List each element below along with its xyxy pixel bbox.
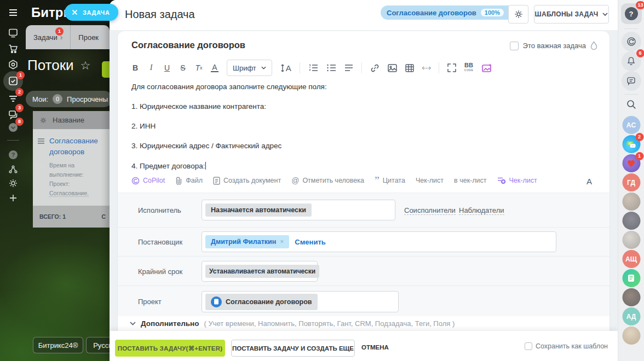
underline-button[interactable]: U xyxy=(163,63,171,72)
attach-file-button[interactable]: Файл xyxy=(175,177,203,185)
bullet-list-button[interactable] xyxy=(326,63,336,72)
bbcode-button[interactable]: BB CODE xyxy=(464,63,473,73)
chat-rail-button[interactable] xyxy=(622,71,641,91)
counters-filter-bar[interactable]: Мои: 0 Просрочены xyxy=(26,91,112,107)
notifications-button[interactable]: 6 xyxy=(622,51,641,71)
hexagon-app-icon[interactable] xyxy=(8,59,19,70)
toolbar-separator xyxy=(300,62,300,73)
copilot-rail-button[interactable] xyxy=(622,32,641,51)
text-mode-toggle[interactable]: A xyxy=(586,177,592,186)
cart-icon[interactable] xyxy=(8,43,19,54)
strikethrough-button[interactable]: S xyxy=(179,63,187,72)
flow-selector[interactable]: Согласование договоров 100% xyxy=(381,5,520,20)
feed-icon[interactable] xyxy=(8,27,19,38)
task-description-editor[interactable]: Для согласования договора заполните след… xyxy=(131,83,591,182)
project-icon xyxy=(211,296,222,307)
avatar[interactable] xyxy=(622,231,640,249)
ordered-list-button[interactable] xyxy=(308,63,318,72)
creator-input[interactable]: Дмитрий Филаткин × Сменить xyxy=(202,231,556,252)
close-icon[interactable] xyxy=(72,9,78,15)
favorite-star-icon[interactable]: ☆ xyxy=(81,59,91,72)
network-rail-icon[interactable] xyxy=(8,164,19,175)
avatar[interactable]: ГД xyxy=(622,173,640,191)
hamburger-menu-icon[interactable] xyxy=(8,7,19,18)
column-name-header[interactable]: Название xyxy=(53,116,84,124)
task-row-title[interactable]: Согласование договоров xyxy=(39,136,103,158)
messenger-avatar-badge: 2 xyxy=(635,133,643,141)
flows-badge: 2 xyxy=(15,88,24,96)
messenger-avatar[interactable]: 2 xyxy=(622,135,640,153)
task-title-input[interactable]: Согласование договоров xyxy=(131,40,245,50)
doc-avatar[interactable] xyxy=(622,269,640,287)
checklist-ai-button[interactable]: Чек-лист xyxy=(497,177,537,184)
assignee-input[interactable]: Назначается автоматически xyxy=(202,200,395,220)
avatar[interactable] xyxy=(622,193,640,211)
tasks-rail-icon[interactable]: 1 xyxy=(8,75,19,86)
change-creator-link[interactable]: Сменить xyxy=(295,238,325,246)
create-document-button[interactable]: Создать документ xyxy=(213,177,281,185)
arrows-updown-icon xyxy=(280,64,285,72)
additional-title[interactable]: Дополнительно xyxy=(141,319,199,328)
assignee-chip[interactable]: Назначается автоматически xyxy=(205,203,312,217)
submit-task-button[interactable]: ПОСТАВИТЬ ЗАДАЧУ(⌘+ENTER) xyxy=(115,340,225,357)
cancel-button[interactable]: ОТМЕНА xyxy=(361,344,389,351)
tasks-table-row[interactable]: Согласование договоров Время на выполнен… xyxy=(33,129,112,206)
more-rail-icon[interactable]: 8 xyxy=(8,122,19,133)
settings-rail-icon[interactable] xyxy=(8,178,19,189)
project-chip[interactable]: Согласование договоров xyxy=(205,294,318,310)
tab-projects[interactable]: Проек xyxy=(70,25,106,49)
task-row-meta: Время на выполнение: Проект: Согласовани… xyxy=(39,161,106,198)
heart-avatar[interactable]: 1 xyxy=(622,154,640,172)
deadline-input[interactable]: Устанавливается автоматически xyxy=(202,261,318,282)
observers-link[interactable]: Наблюдатели xyxy=(459,206,504,215)
bold-button[interactable]: B xyxy=(131,63,139,72)
submit-and-create-more-button[interactable]: ПОСТАВИТЬ ЗАДАЧУ И СОЗДАТЬ ЕЩЕ xyxy=(231,340,355,357)
deadline-chip[interactable]: Устанавливается автоматически xyxy=(205,265,319,278)
search-button[interactable] xyxy=(625,98,637,113)
ai-image-button[interactable] xyxy=(481,63,492,73)
code-button[interactable]: ‹···› xyxy=(422,64,430,72)
drag-handle-icon[interactable] xyxy=(37,138,45,144)
mention-person-button[interactable]: @ Отметить человека xyxy=(291,176,364,185)
clear-format-button[interactable]: Tx xyxy=(195,63,203,72)
font-family-dropdown[interactable]: Шрифт xyxy=(227,60,272,76)
table-button[interactable] xyxy=(405,64,414,72)
font-size-button[interactable]: A xyxy=(280,63,291,73)
fullscreen-button[interactable] xyxy=(447,63,456,72)
creator-chip[interactable]: Дмитрий Филаткин × xyxy=(205,235,289,248)
project-input[interactable]: Согласование договоров xyxy=(202,291,399,312)
remove-creator-icon[interactable]: × xyxy=(280,238,284,246)
text-color-button[interactable]: A xyxy=(211,64,219,72)
bitrix24-brand-button[interactable]: Битрикс24® xyxy=(33,337,83,353)
quote-button[interactable]: ” Цитата xyxy=(375,177,405,184)
avatar[interactable]: AC xyxy=(622,116,640,134)
checklist-button[interactable]: Чек-лист xyxy=(416,177,444,184)
avatar[interactable] xyxy=(622,288,640,306)
to-checklist-button[interactable]: в чек-лист xyxy=(454,177,486,184)
flows-rail-icon[interactable]: 2 xyxy=(8,93,19,104)
task-templates-button[interactable]: ШАБЛОНЫ ЗАДАЧ xyxy=(534,5,609,24)
link-button[interactable] xyxy=(370,63,380,73)
image-button[interactable] xyxy=(388,64,397,72)
avatar[interactable] xyxy=(622,212,640,230)
help-button[interactable]: ? 13 xyxy=(621,3,642,24)
avatar[interactable]: АЩ xyxy=(622,250,640,268)
add-rail-icon[interactable] xyxy=(8,193,19,203)
coexecutors-link[interactable]: Соисполнители xyxy=(404,206,456,215)
avatar[interactable] xyxy=(622,327,640,345)
help-rail-icon[interactable]: ? xyxy=(8,149,19,160)
chevron-down-icon xyxy=(130,322,136,325)
italic-button[interactable]: I xyxy=(147,63,155,72)
slider-settings-button[interactable] xyxy=(508,5,528,24)
task-row-project-link[interactable]: Согласование. xyxy=(49,190,89,197)
open-task-tab[interactable]: ЗАДАЧА xyxy=(65,4,118,21)
align-button[interactable] xyxy=(344,63,353,72)
important-task-checkbox[interactable] xyxy=(510,42,519,50)
avatar[interactable]: АД xyxy=(622,307,640,325)
tab-tasks[interactable]: Задачи › 1 xyxy=(26,25,70,49)
copilot-button[interactable]: CoPilot xyxy=(131,177,165,185)
editor-paragraph: 2. ИНН xyxy=(131,123,591,130)
table-settings-gear-icon[interactable] xyxy=(39,117,47,124)
additional-section[interactable]: Дополнительно ( Учет времени, Напомнить,… xyxy=(118,316,610,331)
save-as-template-checkbox[interactable] xyxy=(525,342,532,350)
